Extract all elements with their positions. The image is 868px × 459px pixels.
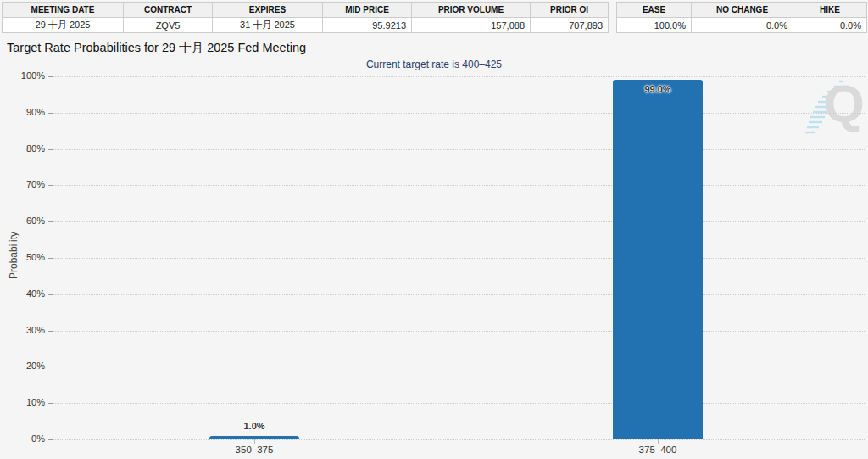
gridline-50 xyxy=(53,258,865,259)
x-tick-350–375 xyxy=(254,439,255,444)
plot-area: 0%10%20%30%40%50%60%70%80%90%100%1.0%350… xyxy=(0,0,868,459)
gridline-40 xyxy=(53,294,865,295)
y-tick-label-30: 30% xyxy=(0,325,45,335)
x-category-label-350–375: 350–375 xyxy=(203,445,305,455)
gridline-20 xyxy=(53,367,865,367)
y-tick-label-0: 0% xyxy=(0,434,45,444)
gridline-0 xyxy=(53,439,865,440)
y-tick-label-20: 20% xyxy=(0,361,45,371)
y-tick-label-90: 90% xyxy=(0,107,45,117)
x-category-label-375–400: 375–400 xyxy=(607,445,709,455)
fedwatch-page: { "tables": { "contracts": { "headers": … xyxy=(0,0,868,459)
y-tick-0 xyxy=(48,439,53,440)
y-tick-label-60: 60% xyxy=(0,216,45,226)
x-tick-375–400 xyxy=(658,439,659,444)
y-axis-line xyxy=(53,76,53,439)
y-tick-label-40: 40% xyxy=(0,288,45,299)
gridline-80 xyxy=(53,149,865,150)
gridline-90 xyxy=(53,113,865,114)
bar-value-label-375–400: 99.0% xyxy=(620,84,696,94)
y-tick-label-80: 80% xyxy=(0,143,45,154)
bar-375–400[interactable] xyxy=(613,80,703,439)
gridline-60 xyxy=(53,221,865,222)
gridline-10 xyxy=(53,403,865,404)
y-tick-label-100: 100% xyxy=(0,70,45,81)
y-tick-label-10: 10% xyxy=(0,397,45,407)
gridline-100 xyxy=(53,76,865,77)
y-tick-label-50: 50% xyxy=(0,252,45,262)
gridline-70 xyxy=(53,185,865,186)
gridline-30 xyxy=(53,331,865,332)
bar-value-label-350–375: 1.0% xyxy=(216,421,292,431)
y-tick-label-70: 70% xyxy=(0,179,45,189)
